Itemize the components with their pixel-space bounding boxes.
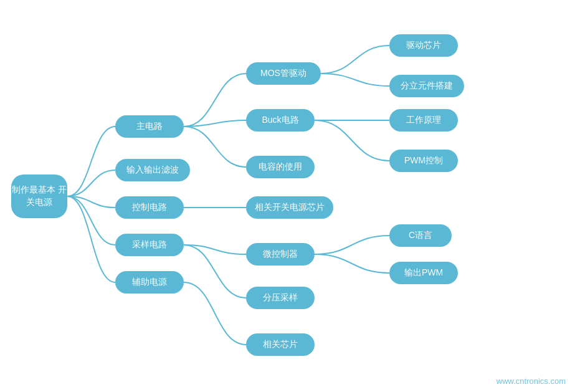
node-l1_4: 辅助电源	[115, 271, 184, 294]
node-l3_1: 分立元件搭建	[389, 75, 464, 97]
node-l1_0: 主电路	[115, 115, 184, 138]
node-l2_0: MOS管驱动	[246, 62, 321, 85]
node-l3_0: 驱动芯片	[389, 34, 458, 57]
node-root: 制作最基本 开关电源	[11, 174, 67, 218]
node-l2_5: 分压采样	[246, 287, 315, 309]
node-l2_4: 微控制器	[246, 243, 315, 265]
node-l2_1: Buck电路	[246, 109, 315, 131]
node-l3_4: C语言	[389, 224, 452, 247]
node-l3_5: 输出PWM	[389, 262, 458, 284]
node-l3_2: 工作原理	[389, 109, 458, 131]
mind-map: 制作最基本 开关电源主电路输入输出滤波控制电路采样电路辅助电源MOS管驱动Buc…	[0, 0, 575, 392]
node-l2_6: 相关芯片	[246, 333, 315, 356]
node-l3_3: PWM控制	[389, 150, 458, 172]
watermark: www.cntronics.com	[497, 376, 566, 386]
node-l1_2: 控制电路	[115, 196, 184, 219]
node-l1_1: 输入输出滤波	[115, 159, 190, 181]
node-l1_3: 采样电路	[115, 234, 184, 256]
node-l2_3: 相关开关电源芯片	[246, 196, 333, 219]
node-l2_2: 电容的使用	[246, 156, 315, 178]
